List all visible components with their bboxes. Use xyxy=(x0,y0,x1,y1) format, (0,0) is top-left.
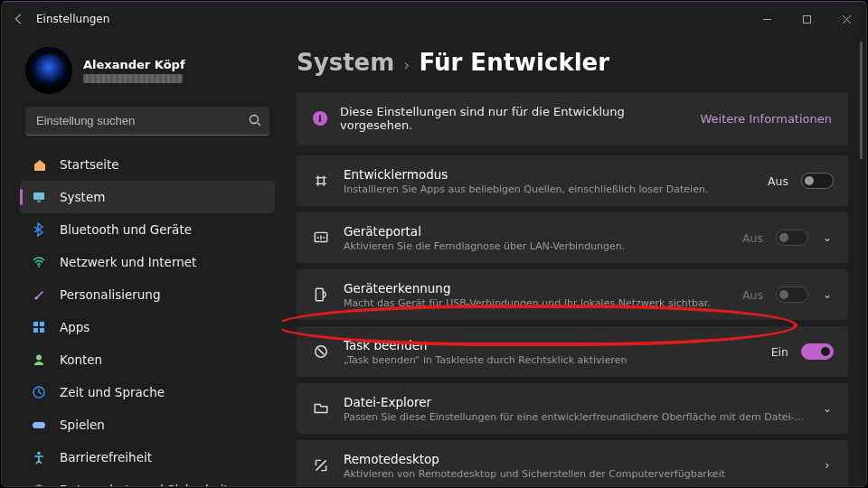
svg-point-12 xyxy=(37,452,41,455)
toggle-state-label: Aus xyxy=(742,231,763,245)
svg-rect-15 xyxy=(316,288,323,301)
chevron-right-icon: › xyxy=(403,55,410,74)
svg-rect-5 xyxy=(33,322,38,326)
row-subtitle: Macht das Gerät für USB-Verbindungen und… xyxy=(344,297,730,309)
account-name: Alexander Köpf xyxy=(83,58,185,71)
sidebar-item-person[interactable]: Konten xyxy=(20,343,275,376)
info-banner-link[interactable]: Weitere Informationen xyxy=(701,112,832,126)
endtask-icon xyxy=(311,343,331,360)
toggle-state-label: Aus xyxy=(768,174,788,188)
setting-row-devmode: EntwicklermodusInstallieren Sie Apps aus… xyxy=(297,155,848,206)
bluetooth-icon xyxy=(31,221,47,238)
svg-rect-8 xyxy=(40,328,44,333)
svg-rect-2 xyxy=(33,192,44,200)
sidebar-item-label: Startseite xyxy=(60,157,119,172)
brush-icon xyxy=(31,286,47,303)
sidebar-item-access[interactable]: Barrierefreiheit xyxy=(20,441,275,474)
deviceportal-icon xyxy=(311,230,331,246)
chevron-down-icon: ⌄ xyxy=(821,402,834,415)
sidebar-item-clock[interactable]: Zeit und Sprache xyxy=(20,376,275,408)
search-icon xyxy=(248,113,262,127)
maximize-button[interactable] xyxy=(787,2,826,36)
row-subtitle: Installieren Sie Apps aus beliebigen Que… xyxy=(344,183,755,195)
setting-row-endtask: Task beenden„Task beenden“ in Taskleiste… xyxy=(297,326,848,377)
sidebar-item-home[interactable]: Startseite xyxy=(20,148,275,181)
wifi-icon xyxy=(31,254,47,270)
clock-icon xyxy=(31,384,47,400)
svg-rect-11 xyxy=(33,422,45,428)
sidebar-item-shield[interactable]: Datenschutz und Sicherheit xyxy=(20,474,275,486)
account-block[interactable]: Alexander Köpf xyxy=(20,43,275,107)
row-title: Datei-Explorer xyxy=(344,395,808,409)
info-banner: i Diese Einstellungen sind nur für die E… xyxy=(297,92,848,145)
row-subtitle: Aktivieren von Remotedesktop und Sichers… xyxy=(344,468,808,480)
row-subtitle: Passen Sie diese Einstellungen für eine … xyxy=(344,411,808,423)
chevron-right-icon: › xyxy=(821,459,834,472)
sidebar-item-wifi[interactable]: Netzwerk und Internet xyxy=(20,246,275,278)
breadcrumb: System › Für Entwickler xyxy=(297,49,848,76)
avatar xyxy=(25,47,72,94)
breadcrumb-root[interactable]: System xyxy=(297,49,394,76)
devmode-icon xyxy=(311,173,331,189)
apps-icon xyxy=(31,319,47,335)
sidebar-item-bluetooth[interactable]: Bluetooth und Geräte xyxy=(20,213,275,246)
toggle-discovery xyxy=(776,286,808,303)
sidebar-item-game[interactable]: Spielen xyxy=(20,408,275,441)
game-icon xyxy=(31,417,47,433)
row-title: Task beenden xyxy=(344,338,759,352)
sidebar-item-label: System xyxy=(60,190,105,204)
search-input[interactable] xyxy=(25,107,269,136)
sidebar-item-label: Zeit und Sprache xyxy=(60,385,165,399)
access-icon xyxy=(31,449,47,465)
remotedesktop-icon xyxy=(311,457,331,474)
setting-row-remotedesktop[interactable]: RemotedesktopAktivieren von Remotedeskto… xyxy=(297,440,848,486)
sidebar-item-label: Datenschutz und Sicherheit xyxy=(60,483,229,486)
person-icon xyxy=(31,352,47,368)
minimize-button[interactable] xyxy=(747,2,787,36)
sidebar-item-apps[interactable]: Apps xyxy=(20,311,275,343)
breadcrumb-leaf: Für Entwickler xyxy=(420,49,610,76)
chevron-down-icon: ⌄ xyxy=(821,288,834,301)
info-banner-text: Diese Einstellungen sind nur für die Ent… xyxy=(340,105,688,132)
home-icon xyxy=(31,156,47,173)
explorer-icon xyxy=(311,400,331,417)
sidebar-item-label: Konten xyxy=(60,352,102,367)
row-title: Geräteportal xyxy=(344,224,730,239)
back-button[interactable] xyxy=(2,2,36,36)
row-title: Remotedesktop xyxy=(344,452,808,466)
discovery-icon xyxy=(311,286,331,303)
sidebar-item-label: Apps xyxy=(60,320,90,334)
info-icon: i xyxy=(313,111,327,126)
sidebar-item-system[interactable]: System xyxy=(20,181,275,213)
sidebar-item-label: Barrierefreiheit xyxy=(60,450,152,465)
sidebar-item-label: Bluetooth und Geräte xyxy=(60,222,192,237)
row-subtitle: „Task beenden“ in Taskleiste durch Recht… xyxy=(344,354,759,366)
svg-point-9 xyxy=(36,355,42,361)
system-icon xyxy=(31,189,47,205)
shield-icon xyxy=(31,482,47,486)
row-subtitle: Aktivieren Sie die Ferndiagnose über LAN… xyxy=(344,240,730,252)
account-email xyxy=(83,74,183,83)
main-scrollbar[interactable] xyxy=(860,42,863,159)
sidebar-item-label: Personalisierung xyxy=(60,287,160,302)
sidebar-item-label: Spielen xyxy=(60,418,105,432)
toggle-endtask[interactable] xyxy=(801,343,834,360)
toggle-state-label: Aus xyxy=(742,288,763,302)
svg-rect-13 xyxy=(318,178,325,184)
svg-point-1 xyxy=(250,116,259,124)
svg-rect-3 xyxy=(37,201,41,202)
close-button[interactable] xyxy=(826,2,866,36)
sidebar-item-brush[interactable]: Personalisierung xyxy=(20,278,275,311)
row-title: Geräteerkennung xyxy=(344,281,730,296)
row-title: Entwicklermodus xyxy=(344,167,755,182)
svg-rect-6 xyxy=(40,322,44,326)
setting-row-explorer[interactable]: Datei-ExplorerPassen Sie diese Einstellu… xyxy=(297,383,848,434)
toggle-state-label: Ein xyxy=(771,345,788,359)
toggle-deviceportal xyxy=(776,230,808,246)
chevron-down-icon: ⌄ xyxy=(821,231,834,244)
svg-rect-0 xyxy=(803,15,810,23)
sidebar-item-label: Netzwerk und Internet xyxy=(60,255,196,269)
setting-row-deviceportal[interactable]: GeräteportalAktivieren Sie die Ferndiagn… xyxy=(297,212,848,263)
toggle-devmode[interactable] xyxy=(801,173,834,189)
setting-row-discovery[interactable]: GeräteerkennungMacht das Gerät für USB-V… xyxy=(297,269,848,320)
